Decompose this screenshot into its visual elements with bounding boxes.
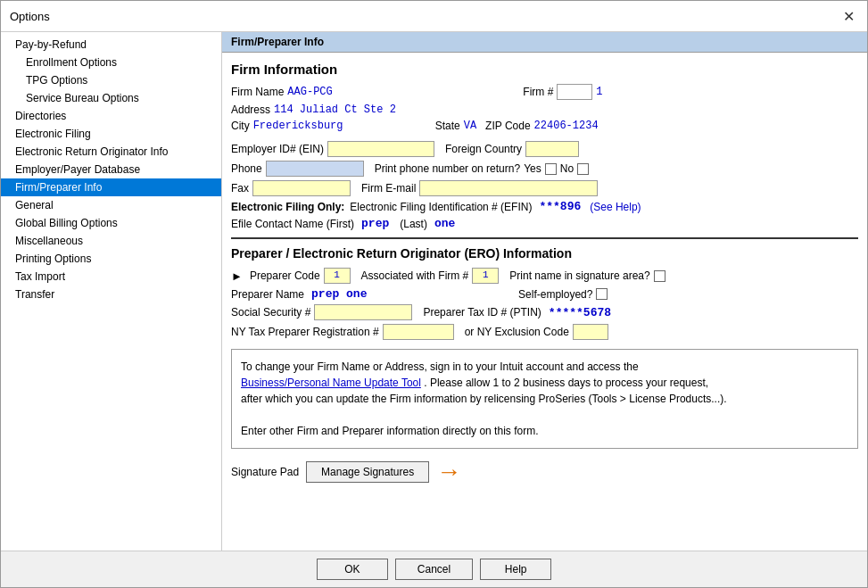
sidebar-item-directories[interactable]: Directories [1, 107, 221, 125]
efin-label: Electronic Filing Identification # (EFIN… [350, 201, 532, 213]
options-dialog: Options ✕ Pay-by-Refund Enrollment Optio… [0, 0, 868, 588]
sidebar-item-miscellaneous[interactable]: Miscellaneous [1, 232, 221, 250]
phone-label: Phone [231, 162, 262, 175]
city-value: Fredericksburg [253, 120, 432, 132]
phone-input[interactable] [266, 161, 364, 177]
ny-reg-input[interactable] [383, 324, 454, 340]
self-employed-label: Self-employed? [518, 288, 592, 301]
ein-row: Employer ID# (EIN) Foreign Country [231, 141, 858, 157]
efile-contact-label: Efile Contact Name (First) [231, 218, 354, 230]
efile-first-value: prep [361, 217, 389, 230]
firm-number[interactable] [557, 84, 592, 100]
info-box: To change your Firm Name or Address, sig… [231, 349, 858, 449]
sidebar-item-general[interactable]: General [1, 196, 221, 214]
panel-content: Firm Information Firm Name AAG-PCG Firm … [222, 53, 867, 551]
firm-name-value: AAG-PCG [287, 86, 519, 98]
state-label: State [435, 120, 460, 132]
panel-header: Firm/Preparer Info [222, 32, 867, 53]
assoc-firm-input[interactable]: 1 [472, 268, 499, 284]
sidebar-item-electronic-filing[interactable]: Electronic Filing [1, 125, 221, 143]
preparer-code-input[interactable]: 1 [324, 268, 351, 284]
print-phone-label: Print phone number on return? [375, 162, 520, 175]
fax-row: Fax Firm E-mail [231, 180, 858, 196]
info-link[interactable]: Business/Personal Name Update Tool [241, 377, 421, 389]
sidebar-item-ero-info[interactable]: Electronic Return Originator Info [1, 143, 221, 161]
dialog-title: Options [10, 10, 50, 23]
email-input[interactable] [419, 180, 598, 196]
sidebar-item-printing[interactable]: Printing Options [1, 250, 221, 268]
ssn-ptin-row: Social Security # Preparer Tax ID # (PTI… [231, 304, 858, 320]
info-line1: To change your Firm Name or Address, sig… [241, 360, 639, 373]
right-panel: Firm/Preparer Info Firm Information Firm… [222, 32, 867, 551]
sidebar-item-firm-preparer[interactable]: Firm/Preparer Info [1, 178, 221, 196]
ny-excl-input[interactable] [573, 324, 608, 340]
preparer-code-row: ► Preparer Code 1 Associated with Firm #… [231, 268, 858, 284]
close-button[interactable]: ✕ [839, 6, 858, 26]
yes-checkbox[interactable] [545, 163, 557, 175]
ein-input[interactable] [327, 141, 434, 157]
sidebar-item-enrollment-options[interactable]: Enrollment Options [1, 54, 221, 71]
help-button[interactable]: Help [480, 559, 551, 580]
zip-value: 22406-1234 [534, 120, 599, 132]
address-row: Address 114 Juliad Ct Ste 2 [231, 104, 858, 116]
firm-name-row: Firm Name AAG-PCG Firm # 1 [231, 84, 858, 100]
sidebar-item-service-bureau[interactable]: Service Bureau Options [1, 89, 221, 107]
print-sig-checkbox[interactable] [654, 270, 665, 282]
foreign-country-input[interactable] [525, 141, 579, 157]
zip-label: ZIP Code [485, 120, 530, 132]
title-bar: Options ✕ [1, 1, 867, 32]
preparer-name-label: Preparer Name [231, 288, 304, 301]
firm-hash-label: Firm # [523, 86, 553, 98]
efin-value: ***896 [539, 200, 581, 213]
phone-row: Phone Print phone number on return? Yes … [231, 161, 858, 177]
state-value: VA [464, 120, 476, 132]
efile-last-value: one [434, 217, 455, 230]
ny-row: NY Tax Preparer Registration # or NY Exc… [231, 324, 858, 340]
arrow-icon: → [436, 460, 461, 484]
info-line2: . Please allow 1 to 2 business days to p… [424, 377, 708, 389]
employer-id-label: Employer ID# (EIN) [231, 143, 324, 155]
firm-section-title: Firm Information [231, 62, 858, 77]
firm-number-val: 1 [596, 86, 602, 98]
main-content: Pay-by-Refund Enrollment Options TPG Opt… [1, 32, 867, 551]
sig-pad-label: Signature Pad [231, 466, 299, 478]
city-row: City Fredericksburg State VA ZIP Code 22… [231, 120, 858, 132]
sidebar-item-transfer[interactable]: Transfer [1, 286, 221, 303]
city-label: City [231, 120, 250, 132]
self-employed-checkbox[interactable] [596, 288, 608, 300]
sidebar-item-tpg-options[interactable]: TPG Options [1, 71, 221, 89]
sidebar: Pay-by-Refund Enrollment Options TPG Opt… [1, 32, 222, 551]
last-label: (Last) [400, 218, 427, 230]
section-divider [231, 237, 858, 239]
no-label: No [560, 162, 574, 175]
sig-pad-row: Signature Pad Manage Signatures → [231, 460, 858, 484]
foreign-country-label: Foreign Country [445, 143, 522, 155]
preparer-name-value: prep one [311, 287, 508, 301]
sidebar-item-tax-import[interactable]: Tax Import [1, 268, 221, 286]
fax-label: Fax [231, 182, 249, 195]
info-line5: Enter other Firm and Preparer informatio… [241, 425, 538, 437]
manage-signatures-button[interactable]: Manage Signatures [306, 461, 429, 483]
sidebar-item-pay-by-refund[interactable]: Pay-by-Refund [1, 36, 221, 54]
ssn-input[interactable] [314, 304, 412, 320]
efin-row: Electronic Filing Only: Electronic Filin… [231, 200, 858, 213]
ptin-value: *****5678 [549, 306, 611, 319]
cancel-button[interactable]: Cancel [395, 559, 473, 580]
no-checkbox[interactable] [577, 163, 589, 175]
ok-button[interactable]: OK [317, 559, 388, 580]
ny-reg-label: NY Tax Preparer Registration # [231, 326, 379, 338]
sidebar-item-global-billing[interactable]: Global Billing Options [1, 214, 221, 232]
see-help-label: (See Help) [590, 201, 641, 213]
sidebar-item-employer-payer[interactable]: Employer/Payer Database [1, 161, 221, 178]
yes-label: Yes [524, 162, 541, 175]
fax-input[interactable] [252, 180, 351, 196]
ero-section-title: Preparer / Electronic Return Originator … [231, 246, 858, 261]
bottom-bar: OK Cancel Help [1, 551, 867, 587]
assoc-firm-label: Associated with Firm # [361, 269, 469, 282]
preparer-code-label: Preparer Code [250, 269, 320, 282]
firm-name-label: Firm Name [231, 86, 284, 98]
efile-contact-row: Efile Contact Name (First) prep (Last) o… [231, 217, 858, 230]
address-value: 114 Juliad Ct Ste 2 [274, 104, 396, 116]
info-line3: after which you can update the Firm info… [241, 393, 727, 405]
ef-only-label: Electronic Filing Only: [231, 201, 344, 213]
